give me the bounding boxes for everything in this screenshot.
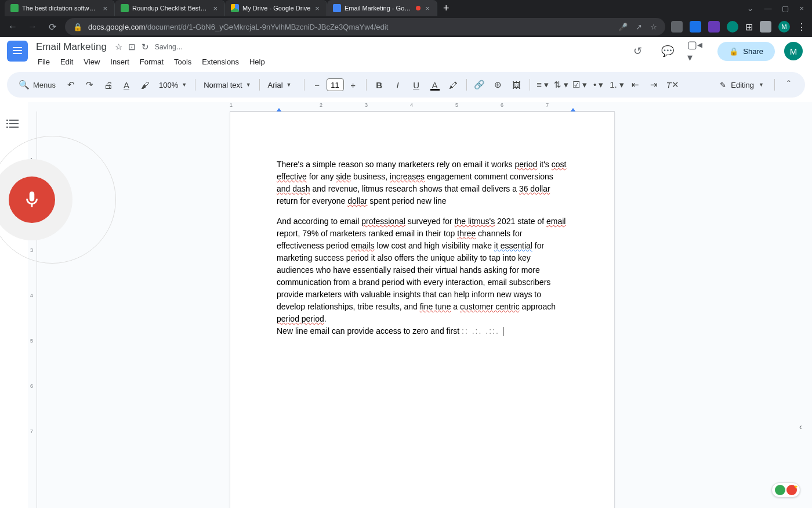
font-size-input[interactable] <box>327 78 344 91</box>
align-button[interactable]: ≡ ▾ <box>535 77 551 93</box>
close-icon[interactable]: × <box>102 4 108 13</box>
bulleted-list-button[interactable]: • ▾ <box>590 77 607 93</box>
badge-icon: ✦ <box>786 485 797 495</box>
browser-tab-active[interactable]: Email Marketing - Google D… × <box>327 0 437 16</box>
document-page[interactable]: There's a simple reason so many marketer… <box>230 111 615 508</box>
share-icon[interactable]: ↗ <box>636 23 642 31</box>
font-select[interactable]: Arial ▼ <box>264 81 299 89</box>
decrease-indent-button[interactable]: ⇤ <box>628 77 644 93</box>
insert-image-button[interactable]: 🖼 <box>509 77 525 93</box>
clear-formatting-button[interactable]: T✕ <box>665 77 681 93</box>
extension-icon[interactable] <box>690 21 701 33</box>
document-body[interactable]: There's a simple reason so many marketer… <box>277 158 568 337</box>
separator <box>530 79 530 91</box>
checklist-button[interactable]: ☑ ▾ <box>572 77 588 93</box>
recording-indicator-icon <box>416 6 420 10</box>
chevron-down-icon[interactable]: ⌄ <box>747 4 753 13</box>
user-avatar[interactable]: M <box>784 42 803 60</box>
paragraph[interactable]: And according to email professional surv… <box>277 215 568 337</box>
paragraph[interactable]: There's a simple reason so many marketer… <box>277 158 568 207</box>
extension-icon[interactable] <box>760 21 771 33</box>
insert-comment-button[interactable]: ⊕ <box>490 77 506 93</box>
italic-button[interactable]: I <box>390 77 406 93</box>
star-icon[interactable]: ☆ <box>115 42 122 52</box>
history-icon[interactable]: ↺ <box>627 41 648 62</box>
search-icon: 🔍 <box>19 80 30 90</box>
chevron-down-icon: ▼ <box>182 82 187 88</box>
decrease-font-button[interactable]: − <box>309 77 325 93</box>
close-icon[interactable]: × <box>212 4 219 13</box>
print-button[interactable]: 🖨 <box>100 77 116 93</box>
ruler-tick: 7 <box>546 102 549 108</box>
insert-link-button[interactable]: 🔗 <box>472 77 488 93</box>
extension-icon[interactable] <box>708 21 720 33</box>
kebab-menu-icon[interactable]: ⋮ <box>797 21 806 33</box>
horizontal-ruler[interactable]: 1 2 3 4 5 6 7 <box>230 102 615 111</box>
extensions-puzzle-icon[interactable]: ⊞ <box>745 21 753 33</box>
undo-button[interactable]: ↶ <box>63 77 79 93</box>
spellcheck-button[interactable]: A <box>118 77 135 93</box>
browser-tab[interactable]: The best dictation software - Ap… × <box>5 0 115 16</box>
extension-icon[interactable] <box>727 21 738 33</box>
url-input[interactable]: 🔒 docs.google.com/document/d/1-GbN6_yGeM… <box>65 18 665 35</box>
bold-button[interactable]: B <box>371 77 387 93</box>
close-icon[interactable]: × <box>314 4 321 13</box>
meet-icon[interactable]: ▢◂ ▾ <box>687 41 708 62</box>
ruler-tick: 3 <box>30 247 33 253</box>
search-menus-button[interactable]: 🔍 Menus <box>14 77 60 93</box>
mic-icon[interactable]: 🎤 <box>618 23 628 31</box>
side-panel-toggle[interactable]: ‹ <box>799 422 810 433</box>
menu-tools[interactable]: Tools <box>170 56 195 68</box>
menu-edit[interactable]: Edit <box>56 56 77 68</box>
docs-logo-icon[interactable] <box>7 41 28 62</box>
menu-insert[interactable]: Insert <box>106 56 133 68</box>
numbered-list-button[interactable]: 1. ▾ <box>609 77 625 93</box>
work-area: 1 2 3 4 5 6 7 1 2 3 4 5 6 7 <box>0 102 812 508</box>
menu-help[interactable]: Help <box>245 56 269 68</box>
menu-extensions[interactable]: Extensions <box>198 56 243 68</box>
address-bar: ← → ⟳ 🔒 docs.google.com/document/d/1-GbN… <box>0 16 812 37</box>
dictation-pending-text: :: .:. .::. <box>462 326 499 336</box>
zoom-value: 100% <box>159 81 178 89</box>
redo-button[interactable]: ↷ <box>81 77 97 93</box>
line-spacing-button[interactable]: ⇅ ▾ <box>553 77 570 93</box>
share-button[interactable]: 🔒 Share <box>717 42 775 61</box>
underline-button[interactable]: U <box>408 77 425 93</box>
browser-tab[interactable]: My Drive - Google Drive × <box>225 0 327 16</box>
paragraph-style-select[interactable]: Normal text ▼ <box>200 81 254 89</box>
editing-mode-button[interactable]: ✎ Editing ▼ <box>714 78 770 92</box>
document-outline-button[interactable] <box>5 115 23 132</box>
star-icon[interactable]: ☆ <box>650 23 657 31</box>
url-host: docs.google.com <box>88 23 145 31</box>
collapse-toolbar-button[interactable]: ˆ <box>780 75 798 94</box>
menu-file[interactable]: File <box>34 56 54 68</box>
maximize-icon[interactable]: ▢ <box>782 4 789 13</box>
reload-button[interactable]: ⟳ <box>45 20 59 34</box>
text-cursor <box>503 327 503 336</box>
paint-format-button[interactable]: 🖌 <box>137 77 153 93</box>
highlight-button[interactable]: 🖍 <box>445 77 462 93</box>
text-color-button[interactable]: A <box>427 77 443 93</box>
browser-tab[interactable]: Roundup Checklist Best Dictatio… × <box>115 0 225 16</box>
increase-font-button[interactable]: + <box>345 77 361 93</box>
back-button[interactable]: ← <box>6 20 20 34</box>
close-icon[interactable]: × <box>424 4 431 13</box>
comments-icon[interactable]: 💬 <box>657 41 678 62</box>
explore-badges[interactable]: ✦ <box>771 482 800 498</box>
menu-view[interactable]: View <box>79 56 104 68</box>
profile-avatar-icon[interactable]: M <box>778 21 790 33</box>
page-scroll[interactable]: 1 2 3 4 5 6 7 1 2 3 4 5 6 7 <box>28 102 812 508</box>
menu-format[interactable]: Format <box>136 56 168 68</box>
document-title[interactable]: Email Marketing <box>34 41 109 53</box>
new-tab-button[interactable]: + <box>437 2 455 15</box>
minimize-icon[interactable]: — <box>764 4 771 13</box>
move-icon[interactable]: ⊡ <box>128 42 136 52</box>
left-sidebar <box>0 102 28 508</box>
voice-mic-button[interactable] <box>9 176 55 223</box>
close-window-icon[interactable]: × <box>799 4 804 13</box>
increase-indent-button[interactable]: ⇥ <box>646 77 662 93</box>
zoom-select[interactable]: 100% ▼ <box>155 81 190 89</box>
vertical-ruler[interactable]: 1 2 3 4 5 6 7 <box>28 111 37 508</box>
forward-button[interactable]: → <box>26 20 39 34</box>
extension-icon[interactable] <box>671 21 683 33</box>
